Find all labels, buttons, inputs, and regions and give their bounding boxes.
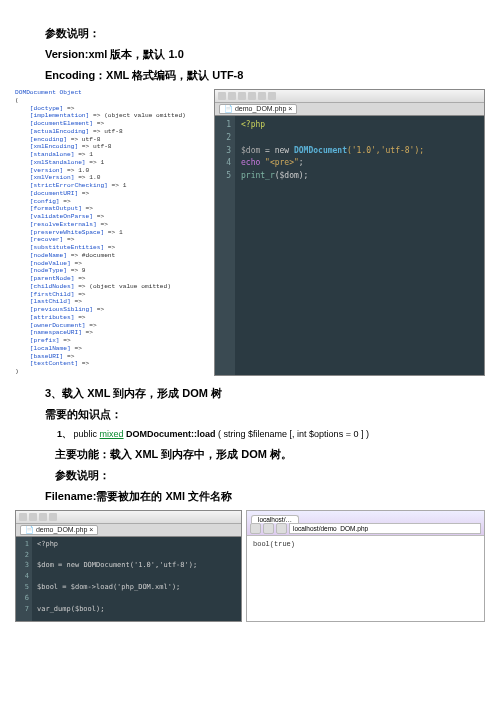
ide-toolbar <box>215 90 484 103</box>
sig-args: ( string $filename [, int $options = 0 ]… <box>216 429 369 439</box>
ide-and-browser-row: 📄 demo_DOM.php × 1234567 <?php $dom = ne… <box>15 510 485 622</box>
ide-tab[interactable]: 📄 demo_DOM.php × <box>219 104 297 114</box>
toolbar-icon <box>248 92 256 100</box>
section-3-heading: 3、载入 XML 到内存，形成 DOM 树 <box>45 386 455 401</box>
sig-method-name: DOMDocument::load <box>124 429 216 439</box>
params-heading: 参数说明： <box>45 26 455 41</box>
ide-window-1: 📄 demo_DOM.php × 12345 <?php $dom = new … <box>214 89 485 376</box>
browser-body: bool(true) <box>247 536 484 621</box>
browser-tabbar: localhost/… <box>247 511 484 523</box>
toolbar-icon <box>268 92 276 100</box>
needs-heading: 需要的知识点： <box>45 407 455 422</box>
sig-modifier: public <box>74 429 100 439</box>
code-editor[interactable]: 12345 <?php $dom = new DOMDocument('1.0'… <box>215 116 484 375</box>
browser-address-bar <box>247 523 484 535</box>
url-input[interactable] <box>289 523 481 534</box>
ide-tab-label: demo_DOM.php <box>235 105 286 112</box>
ide-tab[interactable]: 📄 demo_DOM.php × <box>20 525 98 535</box>
toolbar-icon <box>19 513 27 521</box>
toolbar-icon <box>39 513 47 521</box>
main-function-heading: 主要功能：载入 XML 到内存中，形成 DOM 树。 <box>55 447 455 462</box>
toolbar-icon <box>218 92 226 100</box>
browser-tab[interactable]: localhost/… <box>251 515 299 523</box>
code-editor-2[interactable]: 1234567 <?php $dom = new DOMDocument('1.… <box>16 537 241 621</box>
line-gutter: 1234567 <box>16 537 32 621</box>
ide-toolbar <box>16 511 241 524</box>
ide-window-2: 📄 demo_DOM.php × 1234567 <?php $dom = ne… <box>15 510 242 622</box>
var-dump-output: DOMDocument Object ( [doctype] => [imple… <box>15 89 210 376</box>
sig-number: 1、 <box>57 429 71 439</box>
ide-tab-label: demo_DOM.php <box>36 526 87 533</box>
browser-window: localhost/… bool(true) <box>246 510 485 622</box>
back-button[interactable] <box>250 523 261 534</box>
dump-and-code-row: DOMDocument Object ( [doctype] => [imple… <box>15 89 485 376</box>
browser-chrome: localhost/… <box>247 511 484 536</box>
forward-button[interactable] <box>263 523 274 534</box>
params2-heading: 参数说明： <box>55 468 455 483</box>
method-signature: 1、 public mixed DOMDocument::load ( stri… <box>57 428 455 441</box>
sig-return-type: mixed <box>100 429 124 439</box>
ide-tabbar: 📄 demo_DOM.php × <box>16 524 241 537</box>
code-content: <?php $dom = new DOMDocument('1.0','utf-… <box>235 116 430 375</box>
code-content-2: <?php $dom = new DOMDocument('1.0','utf-… <box>32 537 202 621</box>
toolbar-icon <box>258 92 266 100</box>
toolbar-icon <box>29 513 37 521</box>
filename-heading: Filename:需要被加在的 XMl 文件名称 <box>45 489 455 504</box>
toolbar-icon <box>228 92 236 100</box>
ide-tabbar: 📄 demo_DOM.php × <box>215 103 484 116</box>
line-gutter: 12345 <box>215 116 235 375</box>
toolbar-icon <box>49 513 57 521</box>
version-heading: Version:xml 版本，默认 1.0 <box>45 47 455 62</box>
reload-button[interactable] <box>276 523 287 534</box>
encoding-heading: Encoding：XML 格式编码，默认 UTF-8 <box>45 68 455 83</box>
toolbar-icon <box>238 92 246 100</box>
